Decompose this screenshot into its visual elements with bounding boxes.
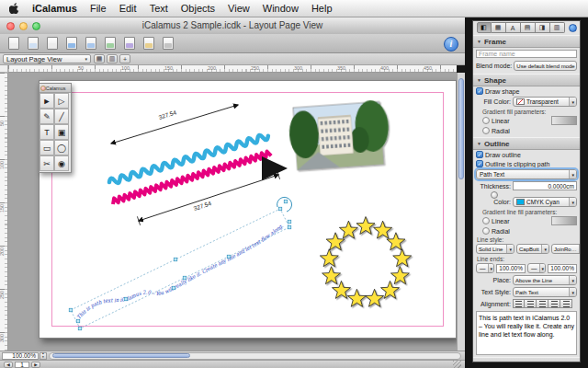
path-text-editor[interactable]: This is path text in iCalamus 2.0 – You … <box>476 311 577 355</box>
image-tool[interactable]: ▣ <box>54 124 69 140</box>
tool-palette-title-bar[interactable]: iCalamus <box>40 84 71 93</box>
place-popup[interactable]: Above the Line ▾ <box>513 275 577 285</box>
tab-frame-inspector[interactable]: ◧ <box>477 22 492 33</box>
window-title: iCalamus 2 Sample.icdk - Layout Page Vie… <box>0 20 465 30</box>
align-left-button[interactable] <box>513 299 525 308</box>
draw-outline-checkbox[interactable]: ✓ <box>476 151 483 158</box>
menu-item-file[interactable]: File <box>90 3 107 14</box>
layers-panel-icon[interactable] <box>161 36 175 51</box>
resize-grip[interactable] <box>453 361 461 368</box>
ruler-label: 200 <box>208 65 216 71</box>
insert-text-frame-icon[interactable] <box>84 36 98 51</box>
menu-item-window[interactable]: Window <box>263 3 299 14</box>
clipping-path-checkbox[interactable]: ✓ <box>476 160 483 167</box>
line-linear-radio[interactable] <box>482 217 490 224</box>
line-start-popup[interactable]: — ▾ <box>476 263 494 273</box>
menu-item-help[interactable]: Help <box>311 3 333 14</box>
next-page-button[interactable]: ▶ <box>31 362 40 368</box>
line-end-popup[interactable]: — ▾ <box>527 263 546 273</box>
tab-geometry-inspector[interactable]: ▦ <box>492 22 506 33</box>
horizontal-scrollbar-thumb[interactable] <box>52 353 190 358</box>
frame-section-label: Frame <box>484 38 506 46</box>
facing-pages-button[interactable]: ▥ <box>107 54 118 63</box>
zoom-stepper[interactable]: ▴ ▾ <box>40 352 47 360</box>
menu-item-edit[interactable]: Edit <box>119 3 137 14</box>
zoom-field[interactable]: 100.00% <box>2 352 39 360</box>
shadow-section-header[interactable]: ▶ Shadow <box>473 357 580 362</box>
shape-section-header[interactable]: ▼ Shape <box>473 74 580 86</box>
menu-item-objects[interactable]: Objects <box>181 3 215 14</box>
apple-menu-icon[interactable] <box>9 3 19 14</box>
scissors-tool[interactable]: ✂ <box>40 155 54 171</box>
pen-tool[interactable]: ✎ <box>40 109 54 124</box>
tab-color-inspector[interactable]: ◨ <box>536 22 550 33</box>
direct-select-tool[interactable]: ▷ <box>54 93 69 109</box>
insert-frame-icon[interactable] <box>64 36 79 51</box>
insert-shape-icon[interactable] <box>122 36 137 51</box>
outline-color-popup[interactable]: CMYK Cyan ▾ <box>513 197 577 207</box>
vertical-scrollbar[interactable] <box>457 73 465 351</box>
tool-palette[interactable]: iCalamus ►▷✎╱T▣▭◯✂◉ <box>39 83 72 173</box>
horizontal-scrollbar[interactable] <box>49 352 461 360</box>
inspector-tab-strip: ◧▦A▤◨▥ <box>477 22 565 33</box>
frame-name-input[interactable] <box>476 50 577 58</box>
view-mode-popup[interactable]: Layout Page View ▾ <box>3 54 91 63</box>
line-cap-popup[interactable]: CapButt ▾ <box>516 244 549 254</box>
add-page-button[interactable]: + <box>119 54 130 63</box>
fill-color-popup[interactable]: Transparent ▾ <box>513 97 577 107</box>
text-tool[interactable]: T <box>40 124 54 140</box>
inspector-info-icon[interactable] <box>569 24 577 32</box>
align-right-button[interactable] <box>537 299 548 308</box>
line-start-scale-field[interactable]: 100.00% <box>496 264 526 273</box>
save-document-icon[interactable] <box>45 36 60 51</box>
line-radial-label: Radial <box>492 228 510 235</box>
tab-text-inspector[interactable]: A <box>506 22 521 33</box>
line-tool[interactable]: ╱ <box>54 109 69 124</box>
outline-section-header[interactable]: ▼ Outline <box>473 137 580 150</box>
line-style-popup[interactable]: Solid Line ▾ <box>476 244 514 254</box>
window-title-bar[interactable]: iCalamus 2 Sample.icdk - Layout Page Vie… <box>0 17 465 35</box>
draw-shape-label: Draw shape <box>485 88 519 95</box>
menu-item-text[interactable]: Text <box>150 3 168 14</box>
previous-page-button[interactable]: ◀ <box>4 362 13 368</box>
thickness-field[interactable]: 0.0000cm <box>513 181 577 190</box>
select-tool[interactable]: ► <box>40 93 54 109</box>
vertical-scrollbar-thumb[interactable] <box>458 78 464 179</box>
info-button[interactable]: i <box>444 37 458 52</box>
rectangle-tool[interactable]: ▭ <box>40 140 54 155</box>
document-page[interactable] <box>39 80 457 339</box>
tab-image-inspector[interactable]: ▤ <box>521 22 536 33</box>
chevron-down-icon: ▾ <box>488 264 495 272</box>
disclosure-closed-icon: ▶ <box>477 361 481 362</box>
disclosure-open-icon: ▼ <box>477 39 481 44</box>
ellipse-tool[interactable]: ◯ <box>54 140 69 155</box>
line-join-popup[interactable]: JoinRo… ▾ <box>551 244 581 254</box>
draw-shape-checkbox[interactable]: ✓ <box>476 87 483 95</box>
menu-item-view[interactable]: View <box>228 3 250 14</box>
tab-document-inspector[interactable]: ▥ <box>550 22 565 33</box>
canvas[interactable]: 327.54 327.54 <box>8 73 457 351</box>
fill-linear-radio[interactable] <box>482 117 490 124</box>
line-end-scale-field[interactable]: 100.00% <box>548 264 577 273</box>
zoom-tool[interactable]: ◉ <box>54 155 69 171</box>
new-document-icon[interactable] <box>6 36 21 51</box>
palette-close-button[interactable] <box>40 86 46 91</box>
menu-item-icalamus[interactable]: iCalamus <box>32 3 77 14</box>
align-justify-button[interactable] <box>548 299 560 308</box>
blend-mode-popup[interactable]: Use default blend mode ▾ <box>514 61 577 71</box>
align-force-button[interactable] <box>560 299 572 308</box>
line-radial-radio[interactable] <box>482 227 490 235</box>
text-style-popup[interactable]: Path Text ▾ <box>513 287 577 297</box>
pages-panel-icon[interactable] <box>141 36 156 51</box>
fill-radial-radio[interactable] <box>482 127 490 134</box>
align-center-button[interactable] <box>525 299 537 308</box>
chevron-down-icon: ▾ <box>539 264 547 272</box>
outline-mode-popup[interactable]: Path Text ▾ <box>476 169 577 179</box>
gradient-line-label: Gradient line fill parameters: <box>482 209 577 215</box>
insert-image-frame-icon[interactable] <box>103 36 118 51</box>
thumbnail-view-button[interactable]: ▦ <box>94 54 105 63</box>
open-document-icon[interactable] <box>26 36 40 51</box>
line-cap-value: CapButt <box>519 247 539 252</box>
frame-section-header[interactable]: ▼ Frame <box>473 35 580 48</box>
page-number-field[interactable]: 1 <box>15 362 29 368</box>
